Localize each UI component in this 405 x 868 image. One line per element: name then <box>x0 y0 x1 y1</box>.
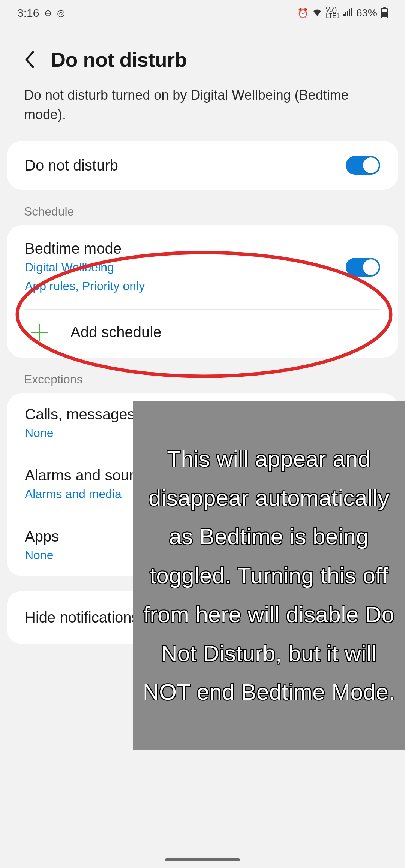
bedtime-row[interactable]: Bedtime mode Digital Wellbeing App rules… <box>7 225 398 309</box>
status-bar: 3:16 ⊖ ◎ ⏰ Vo))LTE1 63% <box>0 0 405 26</box>
bedtime-text: Bedtime mode Digital Wellbeing App rules… <box>25 240 145 294</box>
bedtime-toggle[interactable] <box>346 258 380 277</box>
home-indicator[interactable] <box>165 858 240 861</box>
dnd-status-icon: ⊖ <box>44 8 52 18</box>
bedtime-sub1: Digital Wellbeing <box>25 259 145 275</box>
signal-icon <box>344 8 352 18</box>
battery-icon <box>381 8 388 18</box>
bedtime-title: Bedtime mode <box>25 240 145 257</box>
annotation-overlay: This will appear and disappear automatic… <box>133 401 405 750</box>
status-time: 3:16 <box>17 7 39 19</box>
exceptions-section-header: Exceptions <box>0 373 405 393</box>
apps-title: Apps <box>25 528 59 545</box>
bedtime-divider <box>335 254 335 280</box>
status-right: ⏰ Vo))LTE1 63% <box>297 7 388 19</box>
back-button[interactable] <box>24 51 34 69</box>
svg-rect-3 <box>349 9 350 16</box>
dnd-row[interactable]: Do not disturb <box>7 141 398 190</box>
schedule-card: Bedtime mode Digital Wellbeing App rules… <box>7 225 398 357</box>
svg-rect-1 <box>345 12 346 16</box>
location-status-icon: ◎ <box>57 8 65 18</box>
add-schedule-row[interactable]: Add schedule <box>7 310 398 358</box>
dnd-card: Do not disturb <box>7 141 398 190</box>
volte-icon: Vo))LTE1 <box>326 7 340 19</box>
svg-rect-2 <box>347 11 348 16</box>
dnd-toggle[interactable] <box>346 156 380 175</box>
page-subtitle: Do not disturb turned on by Digital Well… <box>0 82 405 141</box>
alarm-icon: ⏰ <box>297 8 309 18</box>
svg-rect-4 <box>351 8 352 16</box>
add-schedule-label: Add schedule <box>70 324 161 341</box>
plus-icon <box>30 323 49 342</box>
apps-sub: None <box>25 547 59 563</box>
status-left: 3:16 ⊖ ◎ <box>17 7 65 19</box>
battery-percent: 63% <box>356 7 377 19</box>
hide-notifications-title: Hide notifications <box>25 609 139 626</box>
bedtime-sub2: App rules, Priority only <box>25 278 145 294</box>
chevron-left-icon <box>24 51 34 69</box>
dnd-label: Do not disturb <box>25 157 118 174</box>
svg-rect-0 <box>344 14 345 16</box>
schedule-section-header: Schedule <box>0 205 405 225</box>
wifi-icon <box>312 8 322 18</box>
page-title: Do not disturb <box>51 48 187 71</box>
page-header: Do not disturb <box>0 26 405 82</box>
annotation-text: This will appear and disappear automatic… <box>142 440 395 712</box>
